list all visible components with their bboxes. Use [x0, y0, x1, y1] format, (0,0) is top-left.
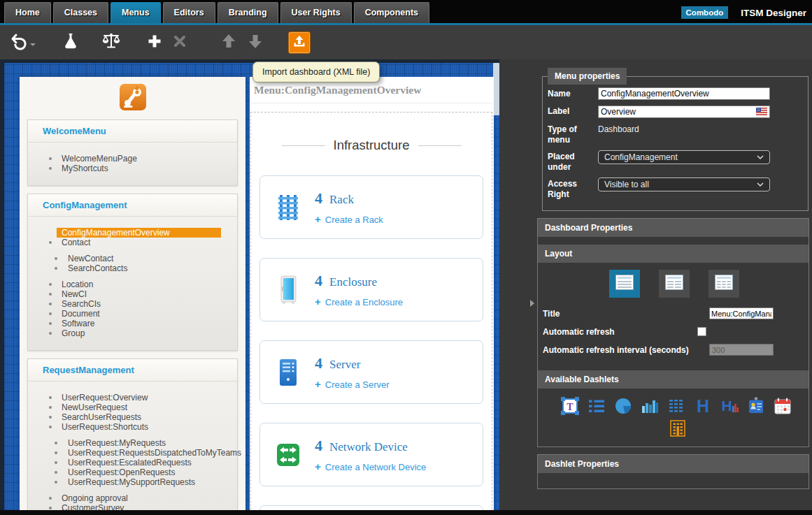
import-dashboard-button[interactable] [288, 31, 311, 54]
tab-home[interactable]: Home [4, 2, 51, 23]
text-dashlet-icon[interactable]: T [560, 396, 580, 416]
menu-item-userrequest-openrequests[interactable]: UserRequest:OpenRequests [28, 467, 237, 477]
tab-branding[interactable]: Branding [218, 2, 278, 23]
dashlet-count: 4 [315, 272, 322, 290]
tab-editors[interactable]: Editors [163, 2, 215, 23]
enclosure-icon [274, 275, 302, 305]
menu-item-configmanagementoverview[interactable]: ConfigManagementOverview [57, 228, 221, 238]
menu-item-userrequest-requestsdispatchedtomyteams[interactable]: UserRequest:RequestsDispatchedToMyTeams [28, 448, 237, 458]
create-rack-link[interactable]: +Create a Rack [315, 213, 383, 225]
automatic-refresh-label: Automatic refresh [543, 327, 615, 337]
refresh-interval-input [709, 344, 774, 356]
sandbox-button[interactable] [59, 29, 83, 57]
menu-item-document[interactable]: Document [28, 309, 237, 319]
menu-section-welcomemenu: WelcomeMenuWelcomeMenuPageMyShortcuts [27, 119, 238, 186]
add-menu-button[interactable] [143, 29, 166, 57]
title-label: Title [543, 309, 560, 319]
menu-item-customersurvey[interactable]: CustomerSurvey [28, 503, 237, 510]
header-with-chart-dashlet-icon[interactable]: H [720, 396, 739, 416]
dashboard-edit-zone[interactable]: Infrastructure 4Rack+Create a Rack4Enclo… [250, 112, 492, 510]
svg-text:H: H [697, 396, 709, 416]
compare-button[interactable] [99, 29, 123, 57]
chevron-down-icon [757, 182, 764, 187]
create-server-link[interactable]: +Create a Server [315, 378, 390, 390]
undo-button[interactable] [7, 29, 31, 57]
layout-two-columns-button[interactable] [659, 270, 690, 298]
menu-item-searchuserrequests[interactable]: SearchUserRequests [28, 412, 237, 422]
dashboard-title-input[interactable] [709, 307, 774, 319]
arrow-down-icon [248, 33, 263, 52]
combodo-badge[interactable]: Combodo [681, 6, 729, 19]
header-rule-right [418, 145, 462, 146]
badge-dashlet-icon[interactable] [746, 396, 766, 416]
label-input[interactable] [598, 106, 770, 118]
network-device-icon [274, 442, 302, 468]
name-label: Name [548, 87, 598, 99]
menu-item-newcontact[interactable]: NewContact [28, 254, 237, 263]
calendar-dashlet-icon[interactable] [773, 396, 792, 416]
list-dashlet-icon[interactable] [587, 396, 606, 416]
vertical-scrollbar-thumb[interactable] [493, 63, 499, 115]
dashlet-card-enclosure[interactable]: 4Enclosure+Create a Enclosure [259, 258, 483, 321]
dashlet-count: 4 [315, 437, 322, 455]
menu-tree-sections: WelcomeMenuWelcomeMenuPageMyShortcutsCon… [20, 119, 245, 510]
menu-item-myshortcuts[interactable]: MyShortcuts [28, 164, 237, 173]
pie-chart-dashlet-icon[interactable] [613, 396, 633, 416]
caret-down-icon[interactable] [30, 37, 36, 50]
menu-item-software[interactable]: Software [28, 319, 237, 328]
menu-item-contact[interactable]: Contact [28, 238, 237, 247]
undo-icon [10, 32, 28, 53]
label-label: Label [548, 105, 598, 117]
automatic-refresh-row: Automatic refresh [538, 323, 809, 341]
menu-item-location[interactable]: Location [28, 280, 237, 289]
import-icon [292, 34, 306, 51]
tab-menus[interactable]: Menus [111, 2, 161, 23]
chevron-down-icon [757, 154, 764, 160]
custom-orange-dashlet-icon[interactable] [668, 419, 688, 438]
dashlet-card-partial[interactable] [259, 505, 483, 510]
tab-classes[interactable]: Classes [53, 2, 108, 23]
placed-under-select[interactable]: ConfigManagement [598, 150, 770, 164]
layout-three-columns-button[interactable] [708, 270, 739, 298]
menu-item-newci[interactable]: NewCI [28, 289, 237, 299]
menu-section-header-welcomemenu[interactable]: WelcomeMenu [28, 120, 237, 143]
automatic-refresh-checkbox[interactable] [697, 327, 706, 336]
menu-item-userrequest-mysupportrequests[interactable]: UserRequest:MySupportRequests [28, 477, 237, 487]
bar-chart-dashlet-icon[interactable] [640, 396, 660, 416]
menu-tree-panel: WelcomeMenuWelcomeMenuPageMyShortcutsCon… [20, 77, 245, 510]
object-list-dashlet-icon[interactable] [667, 396, 686, 416]
menu-section-header-configmanagement[interactable]: ConfigManagement [28, 194, 237, 217]
tab-user-rights[interactable]: User Rights [280, 2, 352, 23]
menu-item-ongoing-approval[interactable]: Ongoing approval [28, 493, 237, 503]
panel-collapse-arrow[interactable] [530, 300, 534, 307]
dashlet-properties-group: Dashlet Properties [537, 454, 809, 489]
menu-item-searchcontacts[interactable]: SearchContacts [28, 263, 237, 273]
menu-item-userrequest-shortcuts[interactable]: UserRequest:Shortcuts [28, 422, 237, 432]
create-enclosure-link[interactable]: +Create a Enclosure [315, 296, 403, 307]
dashlet-card-server[interactable]: 4Server+Create a Server [259, 340, 483, 404]
us-flag-icon[interactable] [756, 108, 767, 115]
header-dashlet-icon[interactable]: H [693, 396, 713, 416]
menu-item-newuserrequest[interactable]: NewUserRequest [28, 402, 237, 412]
main-tabs: HomeClassesMenusEditorsBrandingUser Righ… [0, 2, 429, 23]
type-of-menu-value: Dashboard [598, 123, 639, 134]
menu-item-userrequest-myrequests[interactable]: UserRequest:MyRequests [28, 438, 237, 448]
header-rule-left [282, 145, 325, 146]
dashlet-card-network-device[interactable]: 4Network Device+Create a Network Device [259, 423, 483, 486]
menu-item-welcomemenupage[interactable]: WelcomeMenuPage [28, 154, 237, 164]
layout-3col-icon [715, 275, 733, 293]
menu-item-searchcis[interactable]: SearchCIs [28, 299, 237, 309]
tab-components[interactable]: Components [354, 2, 429, 23]
menu-item-group[interactable]: Group [28, 328, 237, 338]
dashlet-class-name: Enclosure [329, 275, 377, 289]
layout-one-column-button[interactable] [609, 270, 640, 298]
create-network-device-link[interactable]: +Create a Network Device [315, 460, 426, 472]
dashlet-card-rack[interactable]: 4Rack+Create a Rack [259, 175, 483, 239]
menu-item-userrequest-escalatedrequests[interactable]: UserRequest:EscalatedRequests [28, 458, 237, 467]
label-row: Label [548, 105, 808, 118]
menu-section-header-requestmanagement[interactable]: RequestManagement [28, 359, 237, 382]
menu-item-userrequest-overview[interactable]: UserRequest:Overview [28, 393, 237, 402]
name-input[interactable] [598, 87, 770, 100]
svg-text:H: H [721, 398, 732, 414]
access-right-select[interactable]: Visible to all [598, 177, 770, 191]
